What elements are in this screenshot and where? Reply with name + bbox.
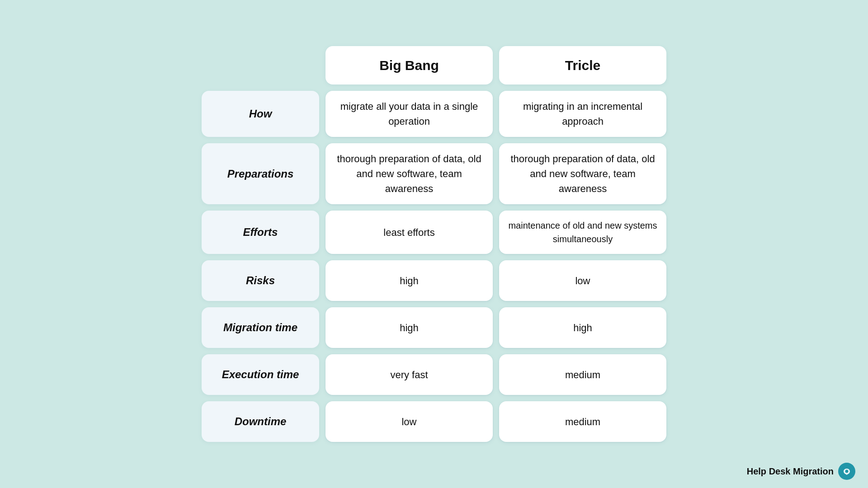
label-risks: Risks [202, 260, 319, 301]
svg-point-1 [845, 470, 849, 473]
tricle-downtime: medium [499, 401, 666, 442]
bigbang-preparations: thorough preparation of data, old and ne… [326, 143, 493, 204]
bigbang-downtime: low [326, 401, 493, 442]
label-efforts: Efforts [202, 211, 319, 254]
tricle-how: migrating in an incremental approach [499, 91, 666, 137]
tricle-risks: low [499, 260, 666, 301]
bigbang-how: migrate all your data in a single operat… [326, 91, 493, 137]
branding-label: Help Desk Migration [747, 466, 834, 477]
label-migration-time: Migration time [202, 307, 319, 348]
tricle-execution-time: medium [499, 354, 666, 395]
label-how: How [202, 91, 319, 137]
label-execution-time: Execution time [202, 354, 319, 395]
bigbang-execution-time: very fast [326, 354, 493, 395]
bigbang-efforts: least efforts [326, 211, 493, 254]
tricle-preparations: thorough preparation of data, old and ne… [499, 143, 666, 204]
header-empty [202, 46, 319, 84]
label-preparations: Preparations [202, 143, 319, 204]
header-tricle: Tricle [499, 46, 666, 84]
tricle-migration-time: high [499, 307, 666, 348]
bigbang-migration-time: high [326, 307, 493, 348]
bigbang-risks: high [326, 260, 493, 301]
header-bigbang: Big Bang [326, 46, 493, 84]
tricle-efforts: maintenance of old and new systems simul… [499, 211, 666, 254]
branding-icon [838, 463, 855, 480]
branding: Help Desk Migration [747, 463, 855, 480]
comparison-table: Big Bang Tricle How migrate all your dat… [188, 33, 680, 455]
label-downtime: Downtime [202, 401, 319, 442]
